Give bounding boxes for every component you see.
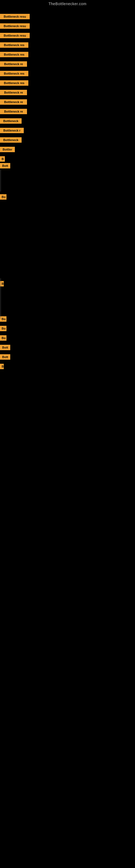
bottleneck-button-22[interactable]: Bott <box>0 345 10 350</box>
bottleneck-button-5[interactable]: Bottleneck re <box>0 61 27 67</box>
bottleneck-button-24[interactable]: B <box>0 364 4 369</box>
bottleneck-button-16[interactable]: Bott <box>0 163 10 168</box>
bottleneck-button-12[interactable]: Bottleneck r <box>0 128 24 133</box>
bottleneck-button-6[interactable]: Bottleneck res <box>0 71 28 76</box>
bottleneck-button-10[interactable]: Bottleneck re <box>0 109 27 114</box>
bottleneck-button-1[interactable]: Bottleneck resu <box>0 23 30 29</box>
bottleneck-button-9[interactable]: Bottleneck re <box>0 99 27 105</box>
bottleneck-button-19[interactable]: Bo <box>0 316 6 322</box>
site-title: TheBottlenecker.com <box>0 0 135 7</box>
bottleneck-button-7[interactable]: Bottleneck res <box>0 80 28 86</box>
bottleneck-button-4[interactable]: Bottleneck res <box>0 52 28 57</box>
bottleneck-button-8[interactable]: Bottleneck re <box>0 90 27 95</box>
bottleneck-button-13[interactable]: Bottleneck <box>0 137 21 143</box>
button-container: Bottleneck resuBottleneck resuBottleneck… <box>0 7 135 868</box>
bottleneck-button-17[interactable]: Bo <box>0 194 6 199</box>
bottleneck-button-3[interactable]: Bottleneck res <box>0 42 28 48</box>
bottleneck-button-2[interactable]: Bottleneck resu <box>0 33 30 38</box>
bottleneck-button-0[interactable]: Bottleneck resu <box>0 14 30 19</box>
bottleneck-button-15[interactable]: B <box>0 156 5 162</box>
bottleneck-button-11[interactable]: Bottleneck <box>0 118 21 124</box>
bottleneck-button-14[interactable]: Bottler <box>0 147 15 152</box>
bottleneck-button-23[interactable]: Bott <box>0 354 10 360</box>
bottleneck-button-21[interactable]: Bo <box>0 335 6 341</box>
bottleneck-button-20[interactable]: Bo <box>0 326 6 331</box>
